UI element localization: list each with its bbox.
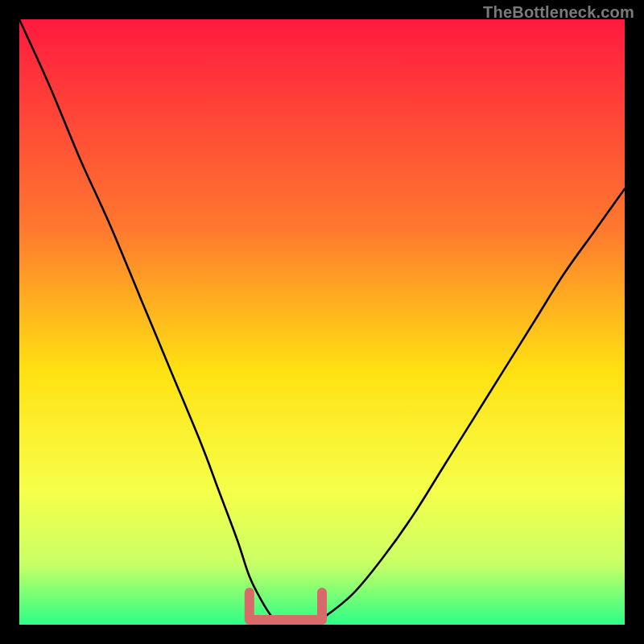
watermark-text: TheBottleneck.com [483, 3, 634, 22]
chart-stage: TheBottleneck.com [0, 0, 644, 644]
bottleneck-chart [0, 0, 644, 644]
